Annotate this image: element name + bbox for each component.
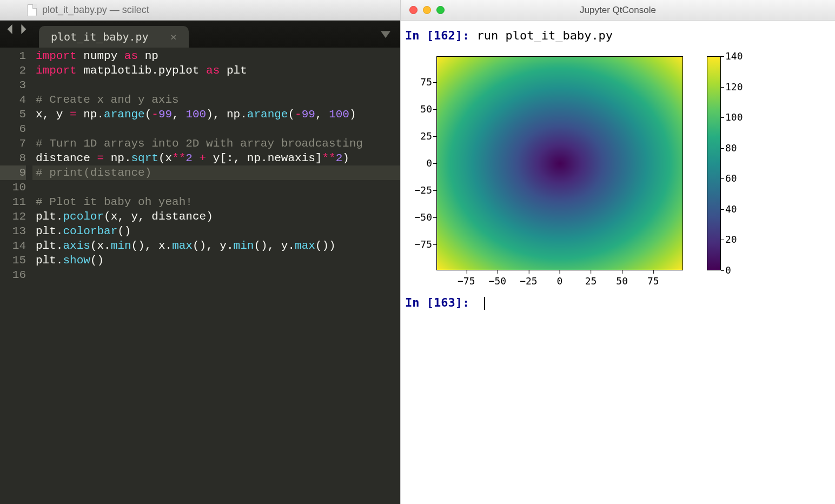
close-icon[interactable]: ×	[170, 30, 177, 43]
line-number-gutter: 12345678910111213141516	[0, 49, 32, 504]
console-title-text: Jupyter QtConsole	[401, 5, 835, 16]
plot-heatmap	[436, 56, 683, 270]
plot-image-wrap: −75−50−250255075	[436, 56, 683, 286]
tab-dropdown-icon[interactable]	[381, 29, 390, 42]
editor-tab[interactable]: plot_it_baby.py ×	[39, 26, 189, 48]
code-content[interactable]: import numpy as npimport matplotlib.pypl…	[32, 49, 400, 504]
prompt-command: run plot_it_baby.py	[476, 29, 613, 42]
plot-y-axis: −75−50−250255075	[408, 56, 436, 270]
colorbar	[707, 56, 721, 270]
console-titlebar: Jupyter QtConsole	[401, 0, 835, 21]
prompt-row-1: In [162]: run plot_it_baby.py	[405, 28, 831, 43]
colorbar-wrap: 020406080100120140	[707, 56, 753, 270]
tab-label: plot_it_baby.py	[51, 30, 149, 43]
document-icon	[27, 4, 37, 16]
plot-output: −75−50−250255075 −75−50−250255075 020406…	[405, 56, 831, 286]
prompt-label: In [162]:	[405, 29, 476, 42]
editor-window: plot_it_baby.py — scilect plot_it_baby.p…	[0, 0, 400, 504]
prompt-row-2: In [163]:	[405, 295, 831, 310]
nav-forward-icon[interactable]	[18, 24, 28, 37]
plot-x-axis: −75−50−250255075	[436, 270, 683, 286]
prompt-label: In [163]:	[405, 296, 476, 309]
code-area[interactable]: 12345678910111213141516 import numpy as …	[0, 48, 400, 504]
colorbar-ticks: 020406080100120140	[721, 56, 753, 270]
editor-title-text: plot_it_baby.py — scilect	[42, 4, 149, 16]
editor-tabstrip: plot_it_baby.py ×	[0, 21, 400, 48]
nav-back-icon[interactable]	[5, 24, 15, 37]
console-body[interactable]: In [162]: run plot_it_baby.py −75−50−250…	[401, 21, 835, 504]
cursor	[484, 297, 485, 310]
nav-arrows	[5, 21, 39, 48]
console-window: Jupyter QtConsole In [162]: run plot_it_…	[400, 0, 835, 504]
editor-titlebar: plot_it_baby.py — scilect	[0, 0, 400, 21]
